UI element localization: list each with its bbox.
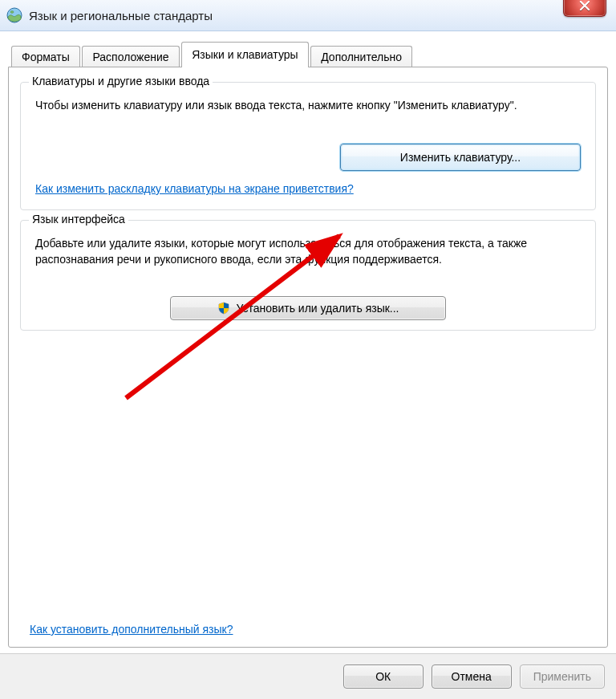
tab-formats[interactable]: Форматы	[11, 46, 80, 68]
change-keyboard-button[interactable]: Изменить клавиатуру...	[340, 144, 581, 171]
tab-strip: Форматы Расположение Языки и клавиатуры …	[8, 41, 608, 67]
tab-location[interactable]: Расположение	[82, 46, 179, 68]
install-remove-language-button[interactable]: Установить или удалить язык...	[170, 296, 446, 320]
apply-button[interactable]: Применить	[520, 664, 605, 689]
ok-button[interactable]: ОК	[343, 664, 424, 689]
group-ui-language: Язык интерфейса Добавьте или удалите язы…	[20, 220, 596, 331]
uac-shield-icon	[217, 302, 230, 315]
dialog-button-row: ОК Отмена Применить	[0, 653, 616, 699]
welcome-screen-layout-link[interactable]: Как изменить раскладку клавиатуры на экр…	[35, 182, 354, 195]
tab-advanced[interactable]: Дополнительно	[310, 46, 412, 68]
group-ui-language-legend: Язык интерфейса	[29, 213, 128, 226]
close-icon	[579, 1, 590, 10]
globe-icon	[6, 7, 22, 23]
window-title: Язык и региональные стандарты	[29, 9, 213, 22]
install-remove-language-label: Установить или удалить язык...	[237, 302, 399, 315]
titlebar: Язык и региональные стандарты	[0, 0, 616, 31]
group-keyboards: Клавиатуры и другие языки ввода Чтобы из…	[20, 82, 596, 210]
cancel-button[interactable]: Отмена	[432, 664, 512, 689]
group-keyboards-desc: Чтобы изменить клавиатуру или язык ввода…	[35, 97, 581, 113]
dialog-body: Форматы Расположение Языки и клавиатуры …	[0, 31, 616, 648]
tab-panel-keyboards: Клавиатуры и другие языки ввода Чтобы из…	[8, 67, 608, 648]
svg-point-1	[10, 11, 14, 14]
tab-keyboards[interactable]: Языки и клавиатуры	[181, 42, 308, 67]
group-keyboards-legend: Клавиатуры и другие языки ввода	[29, 75, 213, 87]
close-button[interactable]	[563, 0, 606, 17]
install-additional-language-link[interactable]: Как установить дополнительный язык?	[30, 623, 233, 636]
group-ui-language-desc: Добавьте или удалите языки, которые могу…	[35, 235, 581, 268]
